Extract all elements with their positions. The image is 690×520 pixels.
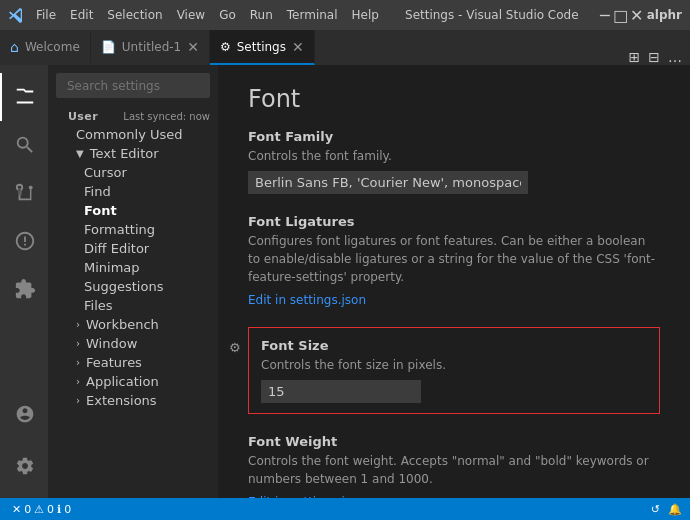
activity-settings[interactable] (0, 442, 48, 490)
sidebar-item-find[interactable]: Find (48, 182, 218, 201)
extensions-label: Extensions (86, 393, 157, 408)
font-ligatures-desc: Configures font ligatures or font featur… (248, 232, 660, 286)
tab-bar: ⌂ Welcome 📄 Untitled-1 ✕ ⚙ Settings ✕ ⊞ … (0, 30, 690, 65)
font-size-label: Font Size (261, 338, 647, 353)
error-icon: ✕ (12, 503, 21, 516)
search-input[interactable] (67, 79, 217, 93)
tab-welcome-label: Welcome (25, 40, 80, 54)
application-arrow: › (76, 376, 80, 387)
activity-bar (0, 65, 48, 498)
sidebar-item-window[interactable]: › Window (48, 334, 218, 353)
font-size-input[interactable] (261, 380, 421, 403)
sidebar-item-minimap[interactable]: Minimap (48, 258, 218, 277)
tab-untitled[interactable]: 📄 Untitled-1 ✕ (91, 30, 210, 65)
main-layout: User Last synced: now Commonly Used ▼ Te… (0, 65, 690, 498)
sidebar-item-extensions[interactable]: › Extensions (48, 391, 218, 410)
tab-settings-label: Settings (237, 40, 286, 54)
close-button[interactable]: ✕ (631, 9, 643, 21)
features-arrow: › (76, 357, 80, 368)
activity-explorer[interactable] (0, 73, 48, 121)
font-family-label: Font Family (248, 129, 660, 144)
sidebar-item-formatting[interactable]: Formatting (48, 220, 218, 239)
activity-account[interactable] (0, 390, 48, 438)
tab-untitled-close[interactable]: ✕ (187, 40, 199, 54)
content-area: Font Font Family Controls the font famil… (218, 65, 690, 498)
menu-go[interactable]: Go (213, 6, 242, 24)
split-editor-icon[interactable]: ⊞ (629, 49, 641, 65)
menu-run[interactable]: Run (244, 6, 279, 24)
sidebar-item-font[interactable]: Font (48, 201, 218, 220)
menu-terminal[interactable]: Terminal (281, 6, 344, 24)
diff-editor-label: Diff Editor (84, 241, 149, 256)
activity-debug[interactable] (0, 217, 48, 265)
font-weight-link[interactable]: Edit in settings.json (248, 495, 366, 498)
window-title: Settings - Visual Studio Code (391, 8, 593, 22)
sidebar-item-suggestions[interactable]: Suggestions (48, 277, 218, 296)
activity-extensions[interactable] (0, 265, 48, 313)
status-bar: ✕ 0 ⚠ 0 ℹ 0 ↺ 🔔 (0, 498, 690, 520)
sidebar-item-diff-editor[interactable]: Diff Editor (48, 239, 218, 258)
window-arrow: › (76, 338, 80, 349)
last-synced: Last synced: now (123, 111, 210, 122)
sidebar-item-cursor[interactable]: Cursor (48, 163, 218, 182)
sidebar-item-files[interactable]: Files (48, 296, 218, 315)
more-tabs-icon[interactable]: … (668, 49, 682, 65)
formatting-label: Formatting (84, 222, 155, 237)
files-label: Files (84, 298, 113, 313)
menu-view[interactable]: View (171, 6, 211, 24)
vscode-logo (8, 7, 24, 23)
status-right: ↺ 🔔 (651, 503, 682, 516)
workbench-label: Workbench (86, 317, 159, 332)
extensions-arrow: › (76, 395, 80, 406)
maximize-button[interactable]: □ (615, 9, 627, 21)
font-weight-desc: Controls the font weight. Accepts "norma… (248, 452, 660, 488)
find-label: Find (84, 184, 111, 199)
search-box[interactable] (56, 73, 210, 98)
tab-welcome[interactable]: ⌂ Welcome (0, 30, 91, 65)
error-count: 0 (24, 503, 31, 516)
font-label: Font (84, 203, 117, 218)
sidebar-item-application[interactable]: › Application (48, 372, 218, 391)
sidebar-item-text-editor[interactable]: ▼ Text Editor (48, 144, 218, 163)
window-controls: ─ □ ✕ alphr (599, 8, 682, 22)
tab-untitled-label: Untitled-1 (122, 40, 181, 54)
minimize-button[interactable]: ─ (599, 9, 611, 21)
font-size-desc: Controls the font size in pixels. (261, 356, 647, 374)
status-errors[interactable]: ✕ 0 ⚠ 0 ℹ 0 (8, 503, 75, 516)
info-count: 0 (64, 503, 71, 516)
menu-bar: File Edit Selection View Go Run Terminal… (30, 6, 385, 24)
activity-source-control[interactable] (0, 169, 48, 217)
alphr-logo: alphr (647, 8, 682, 22)
minimap-label: Minimap (84, 260, 140, 275)
menu-edit[interactable]: Edit (64, 6, 99, 24)
warning-icon: ⚠ (34, 503, 44, 516)
menu-help[interactable]: Help (346, 6, 385, 24)
sidebar: User Last synced: now Commonly Used ▼ Te… (48, 65, 218, 498)
activity-search[interactable] (0, 121, 48, 169)
setting-font-weight: Font Weight Controls the font weight. Ac… (248, 434, 660, 498)
menu-selection[interactable]: Selection (101, 6, 168, 24)
section-title: Font (248, 85, 660, 113)
layout-icon[interactable]: ⊟ (648, 49, 660, 65)
status-left: ✕ 0 ⚠ 0 ℹ 0 (8, 503, 75, 516)
menu-file[interactable]: File (30, 6, 62, 24)
sidebar-item-commonly-used[interactable]: Commonly Used (48, 125, 218, 144)
font-weight-label: Font Weight (248, 434, 660, 449)
activity-bottom (0, 390, 48, 490)
font-family-desc: Controls the font family. (248, 147, 660, 165)
font-ligatures-link[interactable]: Edit in settings.json (248, 293, 366, 307)
info-icon: ℹ (57, 503, 61, 516)
setting-font-size-highlighted: ⚙ Font Size Controls the font size in pi… (248, 327, 660, 414)
font-family-input[interactable] (248, 171, 528, 194)
tab-settings[interactable]: ⚙ Settings ✕ (210, 30, 315, 65)
sidebar-user-section: User Last synced: now (48, 106, 218, 125)
welcome-icon: ⌂ (10, 39, 19, 55)
sidebar-item-workbench[interactable]: › Workbench (48, 315, 218, 334)
sidebar-item-features[interactable]: › Features (48, 353, 218, 372)
bell-icon[interactable]: 🔔 (668, 503, 682, 516)
warning-count: 0 (47, 503, 54, 516)
features-label: Features (86, 355, 142, 370)
tab-settings-close[interactable]: ✕ (292, 40, 304, 54)
text-editor-arrow: ▼ (76, 148, 84, 159)
sync-icon[interactable]: ↺ (651, 503, 660, 516)
